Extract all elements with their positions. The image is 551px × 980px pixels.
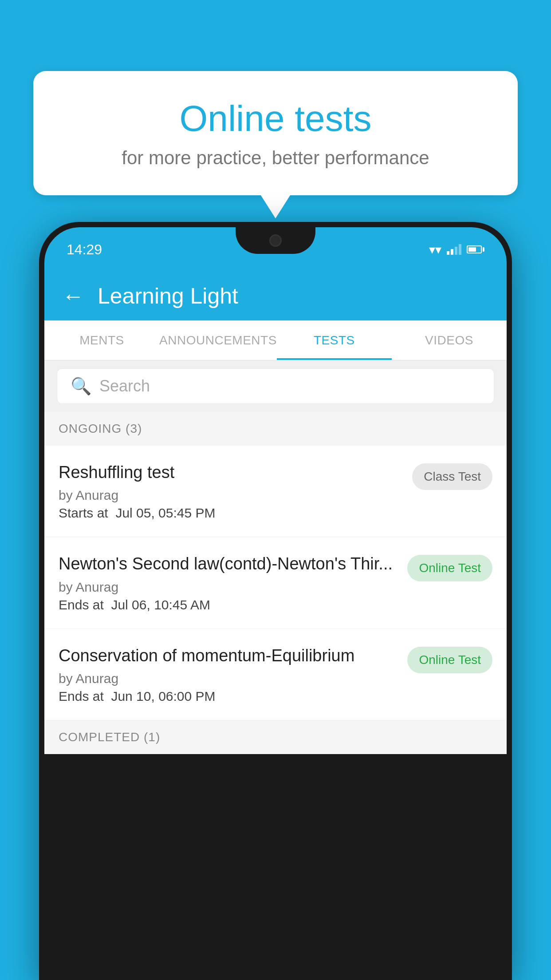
tab-bar: MENTS ANNOUNCEMENTS TESTS VIDEOS [44, 320, 507, 360]
status-time: 14:29 [67, 241, 102, 258]
search-icon: 🔍 [71, 376, 91, 396]
search-container: 🔍 Search [44, 360, 507, 412]
wifi-icon: ▾▾ [429, 242, 441, 257]
signal-bars-icon [447, 244, 461, 255]
test-info: Newton's Second law(contd)-Newton's Thir… [59, 553, 398, 612]
app-bar: ← Learning Light [44, 272, 507, 320]
search-placeholder: Search [99, 377, 150, 395]
phone-frame: 14:29 ▾▾ ← [39, 222, 512, 980]
tab-announcements[interactable]: ANNOUNCEMENTS [159, 320, 277, 360]
bubble-title: Online tests [69, 98, 482, 139]
phone-inner: 14:29 ▾▾ ← [44, 227, 507, 975]
test-badge-online: Online Test [407, 647, 492, 673]
test-item[interactable]: Newton's Second law(contd)-Newton's Thir… [44, 537, 507, 628]
test-info: Conservation of momentum-Equilibrium by … [59, 645, 398, 704]
test-title: Conservation of momentum-Equilibrium [59, 645, 398, 667]
test-date: Ends at Jul 06, 10:45 AM [59, 597, 398, 612]
test-title: Reshuffling test [59, 462, 403, 483]
test-list: Reshuffling test by Anurag Starts at Jul… [44, 446, 507, 720]
tab-videos[interactable]: VIDEOS [392, 320, 507, 360]
status-bar: 14:29 ▾▾ [44, 227, 507, 272]
test-author: by Anurag [59, 580, 398, 595]
test-author: by Anurag [59, 488, 403, 503]
phone-notch [236, 227, 315, 254]
test-date: Starts at Jul 05, 05:45 PM [59, 506, 403, 521]
test-author: by Anurag [59, 671, 398, 686]
bubble-subtitle: for more practice, better performance [69, 147, 482, 169]
tab-assignments[interactable]: MENTS [44, 320, 159, 360]
test-info: Reshuffling test by Anurag Starts at Jul… [59, 462, 403, 521]
test-date: Ends at Jun 10, 06:00 PM [59, 689, 398, 704]
test-item[interactable]: Reshuffling test by Anurag Starts at Jul… [44, 446, 507, 537]
app-bar-title: Learning Light [98, 283, 238, 309]
battery-icon [467, 245, 484, 253]
test-item[interactable]: Conservation of momentum-Equilibrium by … [44, 629, 507, 720]
search-bar[interactable]: 🔍 Search [57, 368, 494, 404]
ongoing-section-header: ONGOING (3) [44, 412, 507, 446]
phone-camera [269, 234, 282, 247]
status-icons: ▾▾ [429, 242, 484, 257]
back-button[interactable]: ← [62, 283, 84, 309]
tab-tests[interactable]: TESTS [277, 320, 392, 360]
test-badge-online: Online Test [407, 555, 492, 581]
test-title: Newton's Second law(contd)-Newton's Thir… [59, 553, 398, 575]
completed-section-header: COMPLETED (1) [44, 720, 507, 754]
test-badge-class: Class Test [412, 463, 492, 490]
speech-bubble: Online tests for more practice, better p… [33, 71, 518, 195]
speech-bubble-container: Online tests for more practice, better p… [33, 71, 518, 195]
